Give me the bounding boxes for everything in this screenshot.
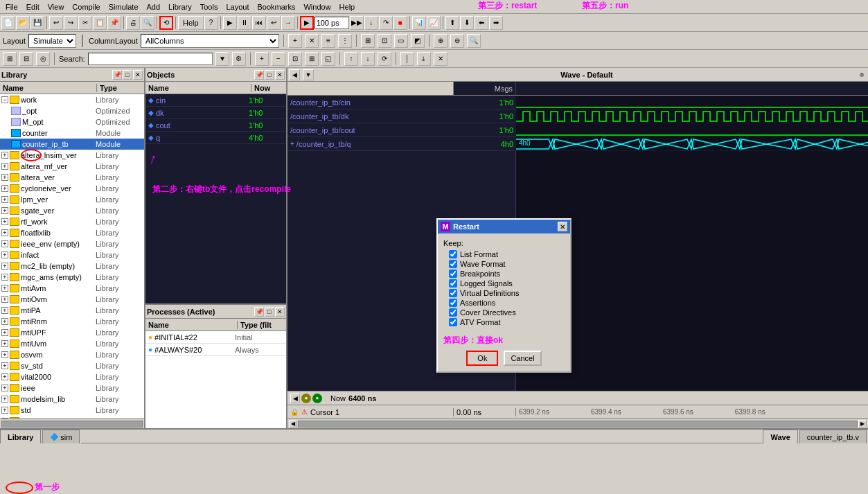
time-input[interactable]: 100 ps xyxy=(315,17,349,29)
nav-btn2[interactable]: ⬇ xyxy=(460,16,474,30)
zoom-in-btn[interactable]: + xyxy=(255,52,269,66)
sim-btn1[interactable]: ▶ xyxy=(223,16,237,30)
list-item[interactable]: + mtiPA Library xyxy=(0,305,144,316)
menu-help[interactable]: Help xyxy=(335,1,360,12)
zoom-all-btn[interactable]: ⊞ xyxy=(305,52,319,66)
col-btn2[interactable]: ✕ xyxy=(305,34,319,48)
view-btn2[interactable]: ⊡ xyxy=(378,34,391,48)
zoom-btn1[interactable]: ⊕ xyxy=(434,34,448,48)
restart-btn[interactable]: ⟲ xyxy=(159,16,173,30)
tree-btn1[interactable]: ⊞ xyxy=(3,52,17,66)
wave-row-cin[interactable]: /counter_ip_tb/cin 1'h0 xyxy=(287,96,868,109)
checkbox-atv-format[interactable]: ATV Format xyxy=(449,318,565,326)
lib-max-btn[interactable]: □ xyxy=(123,70,132,80)
checkbox-breakpoints[interactable]: Breakpoints xyxy=(449,270,565,278)
zoom-sel-btn[interactable]: ◱ xyxy=(321,52,335,66)
wave-status-btn2[interactable]: ● xyxy=(301,394,311,403)
list-item[interactable]: + sgate_ver Library xyxy=(0,205,144,216)
menu-tools[interactable]: Tools xyxy=(196,1,222,12)
cut-btn[interactable]: ✂ xyxy=(78,16,92,30)
list-item[interactable]: + modelsim_lib Library xyxy=(0,394,144,405)
nav-btn3[interactable]: ⬅ xyxy=(475,16,488,30)
view-btn1[interactable]: ⊞ xyxy=(361,34,375,48)
list-item[interactable]: + rtl_work Library xyxy=(0,216,144,227)
checkbox-logged-signals[interactable]: Logged Signals xyxy=(449,279,565,288)
checkbox-cover-directives[interactable]: Cover Directives xyxy=(449,308,565,317)
obj-max-btn[interactable]: □ xyxy=(265,70,274,80)
list-item[interactable]: counter_ip_tb Module xyxy=(0,139,144,150)
open-btn[interactable]: 📂 xyxy=(16,16,30,30)
menu-simulate[interactable]: Simulate xyxy=(105,1,143,12)
list-item[interactable]: + altera_mf_ver Library xyxy=(0,161,144,172)
stop-btn[interactable]: ■ xyxy=(393,16,407,30)
tab-wave[interactable]: Wave xyxy=(763,430,797,443)
tab-sim[interactable]: 🔷 sim xyxy=(42,430,80,443)
proc-pin-btn[interactable]: 📌 xyxy=(254,307,264,317)
run-btn[interactable]: ▶ xyxy=(300,16,314,30)
col-btn1[interactable]: + xyxy=(288,34,302,48)
list-item[interactable]: + sv_std Library xyxy=(0,360,144,371)
menu-edit[interactable]: Edit xyxy=(22,1,44,12)
menu-view[interactable]: View xyxy=(44,1,69,12)
scroll-right-btn[interactable]: ▶ xyxy=(858,420,867,428)
sim-btn4[interactable]: ↩ xyxy=(267,16,281,30)
tab-library[interactable]: Library xyxy=(0,430,41,443)
cancel-button[interactable]: Cancel xyxy=(504,351,541,366)
step-btn[interactable]: ↓ xyxy=(364,16,378,30)
wave-row-dk[interactable]: /counter_ip_tb/dk 1'h0 xyxy=(287,109,868,123)
search-btn2[interactable]: ⚙ xyxy=(232,52,246,66)
list-item[interactable]: + altera_lnsim_ver Library xyxy=(0,150,144,161)
sig-btn3[interactable]: ⟳ xyxy=(378,52,391,66)
lib-scrollbar[interactable] xyxy=(0,418,144,428)
find-btn[interactable]: 🔍 xyxy=(141,16,154,30)
menu-compile[interactable]: Compile xyxy=(68,1,104,12)
list-item[interactable]: + std Library xyxy=(0,405,144,416)
menu-layout[interactable]: Layout xyxy=(222,1,253,12)
list-item[interactable]: counter Module xyxy=(0,127,144,139)
proc-max-btn[interactable]: □ xyxy=(265,307,274,317)
nav-btn1[interactable]: ⬆ xyxy=(445,16,459,30)
list-item[interactable]: ● #INITIAL#22 Initial xyxy=(145,331,286,344)
zoom-out-btn[interactable]: − xyxy=(272,52,285,66)
obj-pin-btn[interactable]: 📌 xyxy=(254,70,264,80)
list-item[interactable]: _opt Optimized xyxy=(0,105,144,116)
zoom-btn2[interactable]: ⊖ xyxy=(450,34,464,48)
wave-nav-btn2[interactable]: ▼ xyxy=(303,69,314,80)
help-btn[interactable]: Help xyxy=(178,16,204,30)
wave-btn2[interactable]: 📈 xyxy=(427,16,441,30)
menu-bookmarks[interactable]: Bookmarks xyxy=(253,1,299,12)
menu-add[interactable]: Add xyxy=(143,1,165,12)
wave-row-cout[interactable]: /counter_ip_tb/cout 1'h0 xyxy=(287,123,868,137)
list-item[interactable]: ◆ cin 1'h0 xyxy=(145,94,286,107)
list-item[interactable]: − work Library xyxy=(0,94,144,105)
list-item[interactable]: + mtiOvm Library xyxy=(0,294,144,305)
list-item[interactable]: + cycloneive_ver Library xyxy=(0,183,144,194)
list-item[interactable]: ● #ALWAYS#20 Always xyxy=(145,344,286,356)
sig-btn1[interactable]: ↑ xyxy=(344,52,358,66)
col-btn4[interactable]: ⋮ xyxy=(338,34,352,48)
wave-status-btn1[interactable]: ◀ xyxy=(290,394,300,403)
view-btn3[interactable]: ▭ xyxy=(394,34,408,48)
lib-pin-btn[interactable]: 📌 xyxy=(112,70,122,80)
list-item[interactable]: + ieee Library xyxy=(0,382,144,394)
new-btn[interactable]: 📄 xyxy=(1,16,15,30)
checkbox-list-format[interactable]: List Format xyxy=(449,250,565,258)
sim-btn2[interactable]: ⏸ xyxy=(238,16,251,30)
view-btn4[interactable]: ◩ xyxy=(411,34,425,48)
list-item[interactable]: + mc2_lib (empty) Library xyxy=(0,261,144,272)
list-item[interactable]: + mtiAvm Library xyxy=(0,283,144,294)
list-item[interactable]: + mgc_ams (empty) Library xyxy=(0,272,144,283)
tree-btn3[interactable]: ◎ xyxy=(36,52,50,66)
list-item[interactable]: + mtiRnm Library xyxy=(0,316,144,327)
copy-btn[interactable]: 📋 xyxy=(93,16,107,30)
redo-btn[interactable]: ↪ xyxy=(64,16,78,30)
col-btn3[interactable]: ≡ xyxy=(321,34,335,48)
cursor-btn3[interactable]: ✕ xyxy=(434,52,448,66)
list-item[interactable]: + lpm_ver Library xyxy=(0,194,144,205)
list-item[interactable]: + osvvm Library xyxy=(0,349,144,360)
tree-btn2[interactable]: ⊟ xyxy=(19,52,33,66)
list-item[interactable]: + vital2000 Library xyxy=(0,371,144,382)
list-item[interactable]: + floatfixlib Library xyxy=(0,227,144,238)
ok-button[interactable]: Ok xyxy=(466,351,498,366)
list-item[interactable]: ◆ cout 1'h0 xyxy=(145,119,286,132)
